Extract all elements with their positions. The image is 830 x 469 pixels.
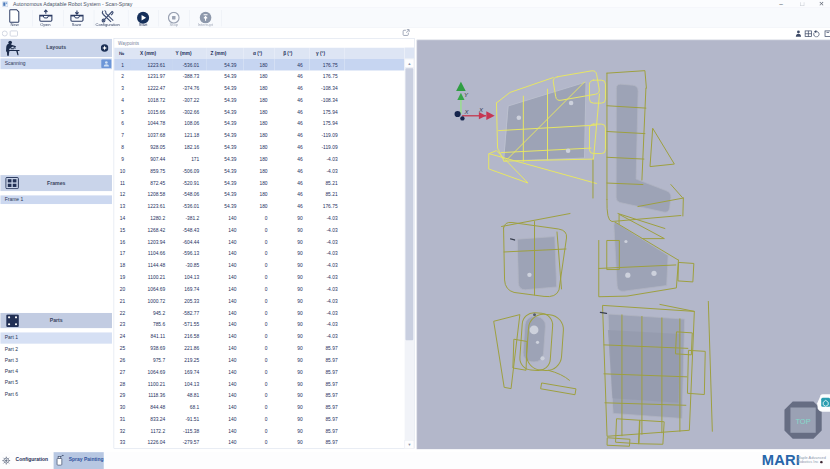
- svg-text:Y: Y: [464, 92, 469, 98]
- svg-text:X: X: [464, 109, 470, 115]
- svg-text:TOP: TOP: [795, 417, 810, 426]
- svg-text:X: X: [478, 107, 484, 113]
